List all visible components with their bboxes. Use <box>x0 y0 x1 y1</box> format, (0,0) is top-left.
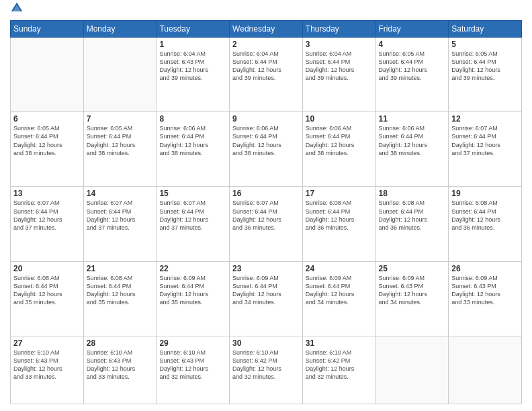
calendar-cell: 6Sunrise: 6:05 AM Sunset: 6:44 PM Daylig… <box>11 112 84 187</box>
calendar-cell: 22Sunrise: 6:09 AM Sunset: 6:44 PM Dayli… <box>157 261 230 336</box>
day-info: Sunrise: 6:09 AM Sunset: 6:43 PM Dayligh… <box>379 274 446 307</box>
day-number: 18 <box>379 189 446 198</box>
calendar-cell: 8Sunrise: 6:06 AM Sunset: 6:44 PM Daylig… <box>157 112 230 187</box>
day-number: 25 <box>379 264 446 273</box>
day-number: 1 <box>159 40 226 49</box>
day-header-saturday: Saturday <box>449 21 522 38</box>
day-number: 12 <box>451 114 519 124</box>
calendar-cell: 2Sunrise: 6:04 AM Sunset: 6:44 PM Daylig… <box>230 38 303 112</box>
calendar-cell: 7Sunrise: 6:05 AM Sunset: 6:44 PM Daylig… <box>83 112 157 187</box>
calendar-cell: 25Sunrise: 6:09 AM Sunset: 6:43 PM Dayli… <box>375 261 449 336</box>
calendar-header-row: SundayMondayTuesdayWednesdayThursdayFrid… <box>11 21 522 38</box>
day-info: Sunrise: 6:05 AM Sunset: 6:44 PM Dayligh… <box>451 50 519 83</box>
calendar-cell: 16Sunrise: 6:07 AM Sunset: 6:44 PM Dayli… <box>230 187 303 261</box>
calendar-cell: 5Sunrise: 6:05 AM Sunset: 6:44 PM Daylig… <box>449 38 522 112</box>
day-number: 13 <box>13 189 81 198</box>
calendar-cell: 30Sunrise: 6:10 AM Sunset: 6:42 PM Dayli… <box>230 336 303 404</box>
day-info: Sunrise: 6:07 AM Sunset: 6:44 PM Dayligh… <box>451 124 519 157</box>
day-info: Sunrise: 6:07 AM Sunset: 6:44 PM Dayligh… <box>87 199 154 232</box>
day-info: Sunrise: 6:10 AM Sunset: 6:42 PM Dayligh… <box>232 349 300 381</box>
page: SundayMondayTuesdayWednesdayThursdayFrid… <box>0 0 532 411</box>
calendar-cell <box>449 336 522 404</box>
calendar-cell: 14Sunrise: 6:07 AM Sunset: 6:44 PM Dayli… <box>83 187 157 261</box>
day-number: 16 <box>232 189 300 198</box>
calendar-cell: 23Sunrise: 6:09 AM Sunset: 6:44 PM Dayli… <box>230 261 303 336</box>
calendar-cell: 24Sunrise: 6:09 AM Sunset: 6:44 PM Dayli… <box>302 261 375 336</box>
day-header-friday: Friday <box>375 21 449 38</box>
calendar-week-2: 6Sunrise: 6:05 AM Sunset: 6:44 PM Daylig… <box>11 112 522 187</box>
day-info: Sunrise: 6:07 AM Sunset: 6:44 PM Dayligh… <box>159 199 226 232</box>
day-number: 6 <box>13 114 81 124</box>
calendar-cell <box>11 38 84 112</box>
day-info: Sunrise: 6:06 AM Sunset: 6:44 PM Dayligh… <box>306 124 373 157</box>
day-number: 8 <box>159 114 226 124</box>
day-info: Sunrise: 6:05 AM Sunset: 6:44 PM Dayligh… <box>13 124 81 157</box>
day-info: Sunrise: 6:06 AM Sunset: 6:44 PM Dayligh… <box>159 124 226 157</box>
logo-icon <box>10 1 24 15</box>
day-number: 17 <box>306 189 373 198</box>
day-number: 24 <box>306 264 373 273</box>
day-header-thursday: Thursday <box>302 21 375 38</box>
calendar-cell: 1Sunrise: 6:04 AM Sunset: 6:43 PM Daylig… <box>157 38 230 112</box>
day-info: Sunrise: 6:10 AM Sunset: 6:43 PM Dayligh… <box>159 349 226 381</box>
calendar-cell: 21Sunrise: 6:08 AM Sunset: 6:44 PM Dayli… <box>83 261 157 336</box>
logo <box>10 7 26 15</box>
day-number: 26 <box>451 264 519 273</box>
calendar-cell: 9Sunrise: 6:06 AM Sunset: 6:44 PM Daylig… <box>230 112 303 187</box>
day-number: 30 <box>232 338 300 348</box>
day-info: Sunrise: 6:05 AM Sunset: 6:44 PM Dayligh… <box>87 124 154 157</box>
day-number: 29 <box>159 338 226 348</box>
day-number: 9 <box>232 114 300 124</box>
day-info: Sunrise: 6:04 AM Sunset: 6:43 PM Dayligh… <box>159 50 226 83</box>
calendar-cell: 17Sunrise: 6:08 AM Sunset: 6:44 PM Dayli… <box>302 187 375 261</box>
day-number: 31 <box>306 338 373 348</box>
calendar-cell: 18Sunrise: 6:08 AM Sunset: 6:44 PM Dayli… <box>375 187 449 261</box>
calendar-cell: 12Sunrise: 6:07 AM Sunset: 6:44 PM Dayli… <box>449 112 522 187</box>
calendar-cell: 29Sunrise: 6:10 AM Sunset: 6:43 PM Dayli… <box>157 336 230 404</box>
day-number: 20 <box>13 264 81 273</box>
calendar-cell: 10Sunrise: 6:06 AM Sunset: 6:44 PM Dayli… <box>302 112 375 187</box>
day-number: 3 <box>306 40 373 49</box>
calendar-cell: 4Sunrise: 6:05 AM Sunset: 6:44 PM Daylig… <box>375 38 449 112</box>
day-info: Sunrise: 6:06 AM Sunset: 6:44 PM Dayligh… <box>232 124 300 157</box>
calendar-cell: 28Sunrise: 6:10 AM Sunset: 6:43 PM Dayli… <box>83 336 157 404</box>
day-number: 28 <box>87 338 154 348</box>
day-number: 21 <box>87 264 154 273</box>
calendar-cell: 20Sunrise: 6:08 AM Sunset: 6:44 PM Dayli… <box>11 261 84 336</box>
day-header-sunday: Sunday <box>11 21 84 38</box>
day-header-tuesday: Tuesday <box>157 21 230 38</box>
day-number: 5 <box>451 40 519 49</box>
day-number: 15 <box>159 189 226 198</box>
day-info: Sunrise: 6:08 AM Sunset: 6:44 PM Dayligh… <box>306 199 373 232</box>
calendar-cell: 15Sunrise: 6:07 AM Sunset: 6:44 PM Dayli… <box>157 187 230 261</box>
day-number: 23 <box>232 264 300 273</box>
day-number: 4 <box>379 40 446 49</box>
day-info: Sunrise: 6:09 AM Sunset: 6:43 PM Dayligh… <box>451 274 519 307</box>
calendar-week-1: 1Sunrise: 6:04 AM Sunset: 6:43 PM Daylig… <box>11 38 522 112</box>
day-info: Sunrise: 6:10 AM Sunset: 6:43 PM Dayligh… <box>87 349 154 381</box>
day-info: Sunrise: 6:08 AM Sunset: 6:44 PM Dayligh… <box>451 199 519 232</box>
day-number: 19 <box>451 189 519 198</box>
day-info: Sunrise: 6:08 AM Sunset: 6:44 PM Dayligh… <box>13 274 81 307</box>
day-info: Sunrise: 6:06 AM Sunset: 6:44 PM Dayligh… <box>379 124 446 157</box>
day-number: 27 <box>13 338 81 348</box>
day-number: 11 <box>379 114 446 124</box>
day-info: Sunrise: 6:07 AM Sunset: 6:44 PM Dayligh… <box>13 199 81 232</box>
day-info: Sunrise: 6:09 AM Sunset: 6:44 PM Dayligh… <box>306 274 373 307</box>
calendar-cell: 11Sunrise: 6:06 AM Sunset: 6:44 PM Dayli… <box>375 112 449 187</box>
day-info: Sunrise: 6:04 AM Sunset: 6:44 PM Dayligh… <box>232 50 300 83</box>
calendar-cell: 3Sunrise: 6:04 AM Sunset: 6:44 PM Daylig… <box>302 38 375 112</box>
calendar-cell: 19Sunrise: 6:08 AM Sunset: 6:44 PM Dayli… <box>449 187 522 261</box>
day-info: Sunrise: 6:09 AM Sunset: 6:44 PM Dayligh… <box>159 274 226 307</box>
day-info: Sunrise: 6:08 AM Sunset: 6:44 PM Dayligh… <box>87 274 154 307</box>
day-info: Sunrise: 6:09 AM Sunset: 6:44 PM Dayligh… <box>232 274 300 307</box>
calendar-week-3: 13Sunrise: 6:07 AM Sunset: 6:44 PM Dayli… <box>11 187 522 261</box>
calendar-cell: 13Sunrise: 6:07 AM Sunset: 6:44 PM Dayli… <box>11 187 84 261</box>
day-number: 22 <box>159 264 226 273</box>
day-number: 14 <box>87 189 154 198</box>
day-header-wednesday: Wednesday <box>230 21 303 38</box>
calendar-week-4: 20Sunrise: 6:08 AM Sunset: 6:44 PM Dayli… <box>11 261 522 336</box>
day-header-monday: Monday <box>83 21 157 38</box>
calendar-cell: 26Sunrise: 6:09 AM Sunset: 6:43 PM Dayli… <box>449 261 522 336</box>
calendar-week-5: 27Sunrise: 6:10 AM Sunset: 6:43 PM Dayli… <box>11 336 522 404</box>
